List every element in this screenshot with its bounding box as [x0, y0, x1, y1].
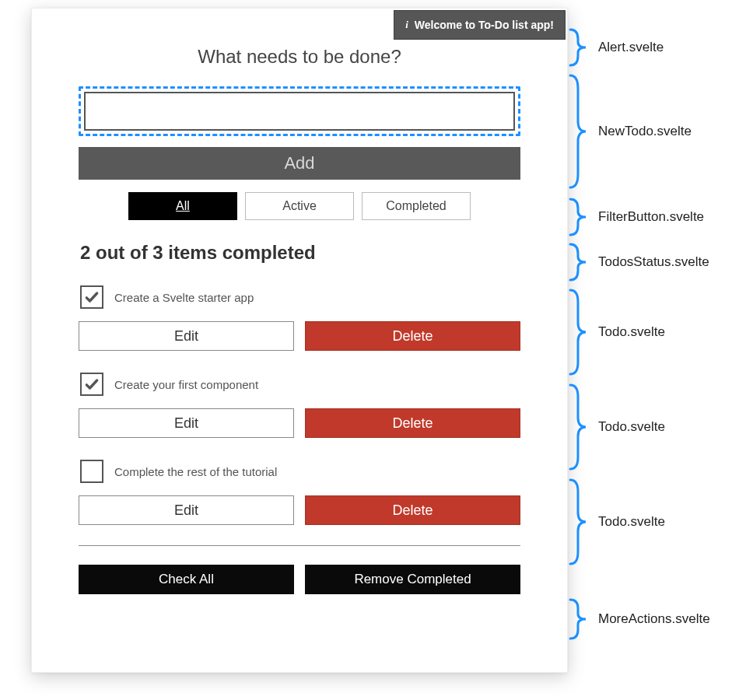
delete-button[interactable]: Delete — [305, 408, 520, 438]
bracket-icon — [569, 243, 594, 282]
annotation-label: MoreActions.svelte — [598, 611, 710, 627]
delete-button[interactable]: Delete — [305, 321, 520, 351]
todo-checkbox[interactable] — [80, 285, 103, 309]
edit-button[interactable]: Edit — [79, 495, 294, 525]
bracket-icon — [569, 383, 594, 471]
filter-completed[interactable]: Completed — [362, 192, 471, 220]
annotation-alert: Alert.svelte — [569, 28, 664, 67]
info-icon: i — [405, 19, 408, 31]
more-actions: Check All Remove Completed — [79, 565, 520, 594]
todos-status: 2 out of 3 items completed — [79, 242, 520, 264]
remove-completed-button[interactable]: Remove Completed — [305, 565, 520, 594]
annotation-label: NewTodo.svelte — [598, 124, 692, 139]
todo-label: Complete the rest of the tutorial — [114, 465, 277, 478]
annotation-label: FilterButton.svelte — [598, 209, 704, 225]
check-icon — [84, 376, 100, 392]
new-todo-prompt: What needs to be done? — [79, 30, 520, 68]
bracket-icon — [569, 73, 594, 190]
add-button[interactable]: Add — [79, 147, 520, 180]
annotation-label: Todo.svelte — [598, 324, 665, 340]
todo-label: Create a Svelte starter app — [114, 291, 254, 304]
bracket-icon — [569, 597, 594, 641]
bracket-icon — [569, 478, 594, 566]
new-todo-input-wrap — [79, 86, 520, 136]
filter-group: All Active Completed — [79, 192, 520, 220]
todo-label: Create your first component — [114, 378, 258, 391]
alert-text: Welcome to To-Do list app! — [415, 19, 554, 31]
todo-item: Complete the rest of the tutorial Edit D… — [79, 460, 520, 525]
delete-button[interactable]: Delete — [305, 495, 520, 525]
app-card: i Welcome to To-Do list app! What needs … — [31, 8, 568, 673]
annotation-todo: Todo.svelte — [569, 383, 665, 471]
annotation-todosstatus: TodosStatus.svelte — [569, 243, 709, 282]
check-all-button[interactable]: Check All — [79, 565, 294, 594]
todo-item: Create a Svelte starter app Edit Delete — [79, 285, 520, 351]
filter-active[interactable]: Active — [245, 192, 354, 220]
annotation-todo: Todo.svelte — [569, 288, 665, 376]
annotation-label: Todo.svelte — [598, 514, 665, 530]
annotation-label: TodosStatus.svelte — [598, 254, 709, 270]
annotation-newtodo: NewTodo.svelte — [569, 73, 692, 190]
separator — [79, 545, 520, 546]
todo-item: Create your first component Edit Delete — [79, 373, 520, 438]
bracket-icon — [569, 198, 594, 236]
check-icon — [84, 289, 100, 305]
edit-button[interactable]: Edit — [79, 321, 294, 351]
todo-checkbox[interactable] — [80, 460, 103, 483]
todo-checkbox[interactable] — [80, 373, 103, 396]
bracket-icon — [569, 28, 594, 67]
annotation-filterbutton: FilterButton.svelte — [569, 198, 704, 236]
bracket-icon — [569, 288, 594, 376]
filter-all[interactable]: All — [128, 192, 237, 220]
edit-button[interactable]: Edit — [79, 408, 294, 438]
new-todo-input[interactable] — [84, 92, 515, 131]
annotation-todo: Todo.svelte — [569, 478, 665, 566]
annotation-label: Alert.svelte — [598, 40, 664, 55]
annotation-moreactions: MoreActions.svelte — [569, 597, 710, 641]
annotation-label: Todo.svelte — [598, 419, 665, 435]
